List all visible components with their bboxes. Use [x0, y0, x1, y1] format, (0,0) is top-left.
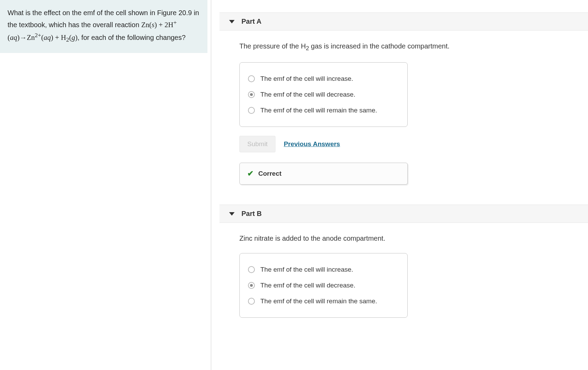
part-a-option-2[interactable]: The emf of the cell will remain the same…	[248, 102, 399, 118]
option-label: The emf of the cell will decrease.	[260, 91, 355, 98]
left-column: What is the effect on the emf of the cel…	[0, 0, 207, 53]
question-post: , for each of the following changes?	[78, 34, 186, 41]
right-column: Part A The pressure of the H2 gas is inc…	[211, 0, 588, 338]
caret-down-icon	[229, 212, 235, 216]
part-a-option-1[interactable]: The emf of the cell will decrease.	[248, 87, 399, 102]
option-label: The emf of the cell will decrease.	[260, 282, 355, 289]
option-label: The emf of the cell will increase.	[260, 75, 353, 83]
radio-icon[interactable]	[248, 298, 255, 305]
part-b-option-1[interactable]: The emf of the cell will decrease.	[248, 278, 399, 293]
part-a-feedback: ✔ Correct	[239, 163, 408, 185]
part-a-title: Part A	[241, 18, 261, 25]
part-b-prompt: Zinc nitrate is added to the anode compa…	[239, 233, 588, 243]
radio-icon[interactable]	[248, 266, 255, 273]
radio-icon[interactable]	[248, 75, 255, 82]
part-b-title: Part B	[241, 210, 262, 218]
part-a-option-0[interactable]: The emf of the cell will increase.	[248, 71, 399, 87]
part-a-options: The emf of the cell will increase. The e…	[239, 62, 408, 127]
question-box: What is the effect on the emf of the cel…	[0, 0, 207, 53]
part-b-options: The emf of the cell will increase. The e…	[239, 253, 408, 318]
part-b: Part B Zinc nitrate is added to the anod…	[219, 205, 588, 318]
part-b-header[interactable]: Part B	[219, 205, 588, 223]
previous-answers-link[interactable]: Previous Answers	[284, 140, 340, 148]
part-a-body: The pressure of the H2 gas is increased …	[219, 41, 588, 185]
radio-icon[interactable]	[248, 91, 255, 98]
caret-down-icon	[229, 20, 235, 23]
submit-button[interactable]: Submit	[239, 136, 275, 152]
part-b-option-0[interactable]: The emf of the cell will increase.	[248, 262, 399, 278]
part-a: Part A The pressure of the H2 gas is inc…	[219, 12, 588, 185]
part-b-body: Zinc nitrate is added to the anode compa…	[219, 233, 588, 318]
option-label: The emf of the cell will increase.	[260, 266, 353, 273]
part-b-option-2[interactable]: The emf of the cell will remain the same…	[248, 293, 399, 309]
option-label: The emf of the cell will remain the same…	[260, 297, 377, 305]
feedback-text: Correct	[258, 170, 282, 177]
part-a-actions: Submit Previous Answers	[239, 136, 588, 152]
part-a-prompt: The pressure of the H2 gas is increased …	[239, 41, 588, 53]
check-icon: ✔	[247, 169, 253, 178]
radio-icon[interactable]	[248, 107, 255, 114]
part-a-header[interactable]: Part A	[219, 12, 588, 31]
option-label: The emf of the cell will remain the same…	[260, 107, 377, 114]
radio-icon[interactable]	[248, 282, 255, 289]
